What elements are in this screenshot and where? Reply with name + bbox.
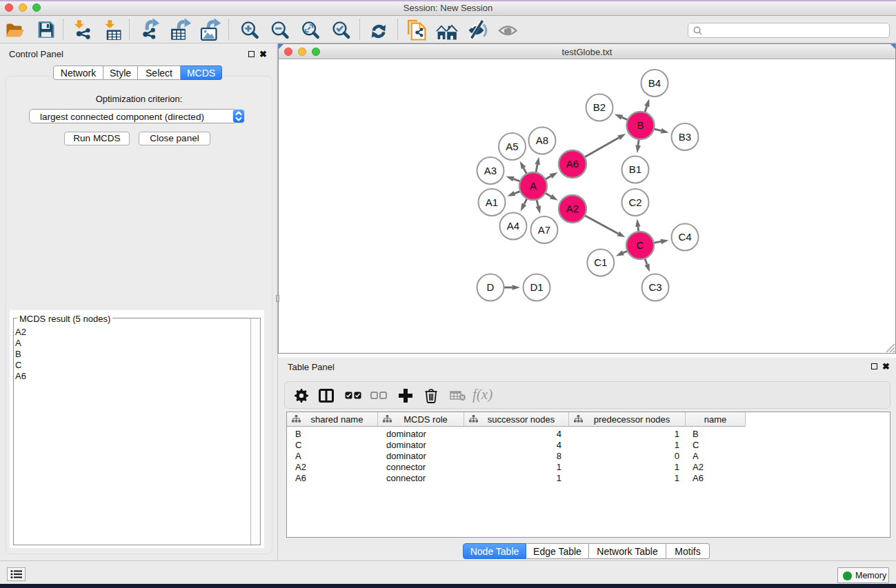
svg-text:A2: A2 bbox=[566, 203, 579, 214]
svg-text:B: B bbox=[637, 119, 644, 131]
svg-text:B3: B3 bbox=[679, 131, 691, 143]
svg-text:D: D bbox=[487, 281, 495, 293]
svg-text:B4: B4 bbox=[648, 77, 661, 89]
svg-text:B2: B2 bbox=[593, 101, 606, 113]
svg-text:C: C bbox=[637, 239, 644, 251]
svg-text:D1: D1 bbox=[530, 281, 543, 293]
svg-text:A3: A3 bbox=[484, 165, 497, 176]
svg-text:C4: C4 bbox=[678, 231, 691, 243]
svg-text:A6: A6 bbox=[566, 158, 579, 170]
svg-text:A: A bbox=[530, 180, 537, 192]
svg-text:A8: A8 bbox=[536, 134, 548, 146]
svg-text:B1: B1 bbox=[629, 163, 641, 175]
svg-text:C1: C1 bbox=[594, 256, 607, 268]
svg-text:C3: C3 bbox=[648, 281, 661, 293]
svg-text:C2: C2 bbox=[628, 196, 641, 208]
svg-text:A7: A7 bbox=[538, 224, 550, 236]
svg-text:A1: A1 bbox=[486, 196, 498, 208]
svg-text:A4: A4 bbox=[507, 220, 519, 232]
svg-text:A5: A5 bbox=[506, 141, 518, 152]
